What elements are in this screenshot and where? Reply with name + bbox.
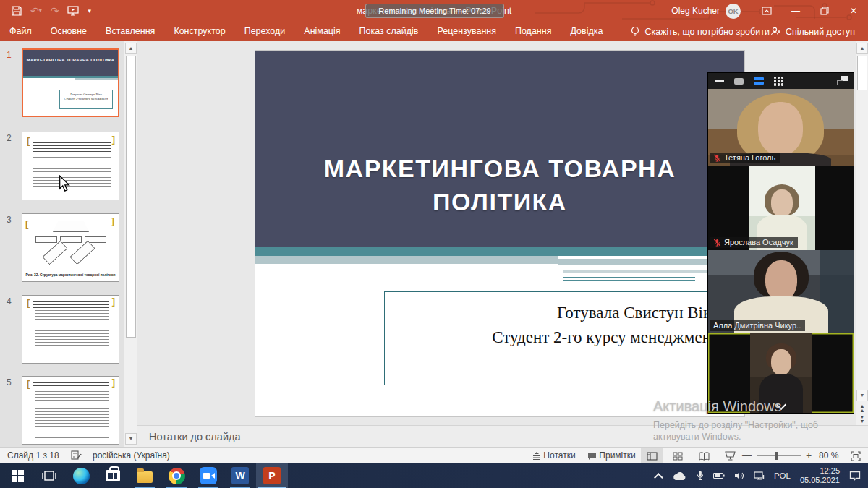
lightbulb-icon bbox=[631, 26, 639, 37]
slide-stripe-light bbox=[255, 256, 558, 264]
previous-slide-button[interactable]: ▲▲ bbox=[856, 404, 868, 415]
zoom-minimize-icon[interactable] bbox=[715, 80, 724, 82]
reading-view-button[interactable] bbox=[693, 448, 715, 463]
main-scrollbar[interactable]: ▲ ▼ ▲▲ ▼▼ bbox=[856, 41, 868, 425]
microsoft-store-icon[interactable] bbox=[97, 463, 129, 488]
slide-thumbnail-panel: 1 МАРКЕТИНГОВА ТОВАРНА ПОЛІТИКА Готувала… bbox=[0, 41, 124, 447]
minimize-button[interactable]: — bbox=[781, 0, 810, 22]
onedrive-cloud-icon[interactable] bbox=[673, 471, 687, 481]
zoom-gallery-strip-icon[interactable] bbox=[754, 77, 764, 86]
tab-slideshow[interactable]: Показ слайдів bbox=[350, 22, 428, 41]
slide-thumbnail-2[interactable]: [ ] bbox=[22, 132, 119, 200]
tab-view[interactable]: Подання bbox=[506, 22, 561, 41]
slide-thumbnail-4[interactable]: [ ] bbox=[22, 295, 119, 364]
start-button[interactable] bbox=[1, 463, 33, 488]
main-scroll-up-icon[interactable]: ▲ bbox=[856, 43, 868, 54]
thumb1-title: МАРКЕТИНГОВА ТОВАРНА ПОЛІТИКА bbox=[23, 50, 118, 76]
microphone-icon[interactable] bbox=[697, 471, 704, 481]
tab-review[interactable]: Рецензування bbox=[427, 22, 505, 41]
slide-number-1: 1 bbox=[7, 50, 12, 60]
chrome-icon[interactable] bbox=[161, 463, 192, 488]
account-avatar[interactable]: OK bbox=[726, 4, 741, 19]
zoom-in-button[interactable]: + bbox=[806, 448, 812, 463]
tab-transitions[interactable]: Переходи bbox=[235, 22, 295, 41]
windows-taskbar: W P POL 12:25 05.05.2021 bbox=[0, 463, 868, 488]
tab-file[interactable]: Файл bbox=[0, 22, 41, 41]
slide-sorter-view-button[interactable] bbox=[667, 448, 689, 463]
edge-icon[interactable] bbox=[65, 463, 97, 488]
next-slide-button[interactable]: ▼▼ bbox=[856, 415, 868, 426]
tab-animations[interactable]: Анімація bbox=[294, 22, 349, 41]
powerpoint-icon[interactable]: P bbox=[256, 463, 288, 488]
language-indicator[interactable]: російська (Україна) bbox=[93, 448, 170, 463]
slide-thumbnail-5[interactable]: [ ] bbox=[22, 376, 119, 445]
word-icon[interactable]: W bbox=[224, 463, 256, 488]
thumb3-caption: Рис. 32. Структура маркетингової товарно… bbox=[22, 273, 119, 277]
video-tile-3[interactable]: Алла Дмитрівна Чикур.. bbox=[708, 250, 854, 333]
muted-mic-icon bbox=[713, 239, 721, 247]
action-center-icon[interactable] bbox=[849, 471, 861, 481]
zoom-popout-icon[interactable] bbox=[837, 76, 848, 85]
speaker-icon[interactable] bbox=[734, 471, 744, 480]
tab-home[interactable]: Основне bbox=[41, 22, 96, 41]
battery-icon[interactable] bbox=[713, 472, 725, 479]
participant-label-2: Ярослава Осадчук bbox=[710, 237, 798, 248]
zoom-grid-view-icon[interactable] bbox=[774, 77, 783, 86]
zoom-out-button[interactable]: — bbox=[742, 448, 752, 463]
slide-stripe-thin bbox=[563, 270, 725, 273]
slide-number-2: 2 bbox=[7, 133, 12, 143]
thumb1-stripe2 bbox=[75, 78, 118, 80]
tab-design[interactable]: Конструктор bbox=[164, 22, 234, 41]
restore-button[interactable] bbox=[810, 0, 839, 22]
share-button[interactable]: Спільний доступ bbox=[770, 27, 855, 37]
titlebar: ↶▾ ↷ ▾ маркетингова політика — PowerPoin… bbox=[0, 0, 868, 22]
notes-placeholder: Нотатки до слайда bbox=[149, 431, 241, 442]
thumb-scroll-down-icon[interactable]: ▼ bbox=[125, 433, 137, 445]
normal-view-button[interactable] bbox=[641, 448, 663, 463]
slideshow-view-button[interactable] bbox=[719, 448, 741, 463]
network-icon[interactable] bbox=[754, 471, 765, 480]
task-view-button[interactable] bbox=[33, 463, 65, 488]
thumb-scroll-up-icon[interactable]: ▲ bbox=[125, 43, 137, 54]
file-explorer-icon[interactable] bbox=[129, 463, 161, 488]
close-button[interactable]: ✕ bbox=[839, 0, 868, 22]
slide-subtitle-box[interactable]: Готувала Свистун Віка Студент 2-го курсу… bbox=[384, 291, 728, 385]
slide-title[interactable]: МАРКЕТИНГОВА ТОВАРНА ПОЛІТИКА bbox=[255, 152, 744, 218]
ribbon-tabs: Файл Основне Вставлення Конструктор Пере… bbox=[0, 22, 868, 41]
participant-label-1: Тетяна Гоголь bbox=[710, 153, 780, 163]
participant-name: Тетяна Гоголь bbox=[724, 153, 775, 162]
slide-number-3: 3 bbox=[7, 215, 12, 225]
slide-canvas[interactable]: МАРКЕТИНГОВА ТОВАРНА ПОЛІТИКА Готувала С… bbox=[255, 51, 744, 416]
thumb-scroll-thumb[interactable] bbox=[126, 56, 136, 338]
zoom-slider-thumb[interactable] bbox=[775, 452, 778, 460]
tab-insert[interactable]: Вставлення bbox=[96, 22, 164, 41]
video-tile-1[interactable]: Тетяна Гоголь bbox=[708, 89, 854, 166]
meeting-timer-overlay: Remaining Meeting Time: 07:29 bbox=[365, 4, 504, 18]
clock[interactable]: 12:25 05.05.2021 bbox=[800, 466, 840, 485]
tray-time: 12:25 bbox=[820, 466, 840, 475]
account-name[interactable]: Oleg Kucher bbox=[671, 6, 720, 16]
main-scroll-thumb[interactable] bbox=[857, 56, 867, 90]
zoom-percentage[interactable]: 80 % bbox=[819, 448, 838, 463]
zoom-collapse-chevron-icon[interactable] bbox=[772, 400, 791, 410]
ribbon-display-options-icon[interactable] bbox=[752, 0, 781, 22]
video-tile-2[interactable]: Ярослава Осадчук bbox=[708, 166, 854, 250]
zoom-meeting-panel[interactable]: Тетяна Гоголь Ярослава Осадчук Алла Дмит… bbox=[707, 72, 854, 414]
comments-toggle[interactable]: Примітки bbox=[587, 448, 636, 463]
tab-help[interactable]: Довідка bbox=[561, 22, 612, 41]
tray-overflow-chevron-icon[interactable] bbox=[654, 473, 663, 482]
slide-stripe-teal bbox=[255, 247, 744, 256]
main-scroll-down-icon[interactable]: ▼ bbox=[856, 390, 868, 401]
zoom-slider-track[interactable] bbox=[757, 455, 801, 456]
notes-toggle[interactable]: Нотатки bbox=[532, 448, 576, 463]
keyboard-language[interactable]: POL bbox=[774, 471, 791, 480]
zoom-speaker-view-icon[interactable] bbox=[734, 78, 744, 85]
slide-thumbnail-1[interactable]: МАРКЕТИНГОВА ТОВАРНА ПОЛІТИКА Готувала С… bbox=[22, 48, 119, 117]
thumbnail-scrollbar[interactable]: ▲ ▼ bbox=[124, 41, 137, 447]
zoom-app-icon[interactable] bbox=[192, 463, 224, 488]
tell-me-box[interactable]: Скажіть, що потрібно зробити bbox=[631, 26, 770, 37]
tell-me-label: Скажіть, що потрібно зробити bbox=[644, 27, 770, 37]
notes-pane[interactable]: Нотатки до слайда bbox=[137, 425, 868, 447]
slide-thumbnail-3[interactable]: [ ] Рис. 32. Структура маркетингової тов… bbox=[22, 213, 119, 282]
video-tile-4-active-speaker[interactable] bbox=[708, 333, 854, 413]
